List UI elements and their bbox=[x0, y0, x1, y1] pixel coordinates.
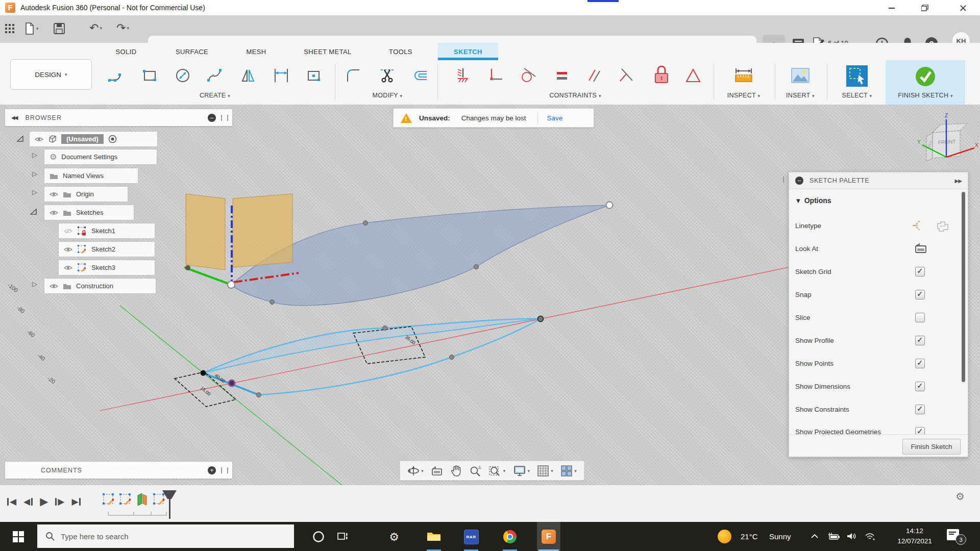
timeline-marker-stem[interactable] bbox=[169, 491, 170, 519]
sketch-point[interactable] bbox=[383, 326, 387, 331]
hull-inner-curve[interactable] bbox=[203, 319, 541, 373]
file-explorer-icon[interactable] bbox=[426, 529, 442, 544]
finish-sketch-palette-button[interactable]: Finish Sketch bbox=[902, 439, 961, 455]
fixed-constraint-icon[interactable] bbox=[454, 66, 472, 85]
tangent-constraint-icon[interactable] bbox=[519, 66, 537, 85]
browser-row-sketch2[interactable]: Sketch2 bbox=[59, 242, 155, 257]
palette-scrollbar[interactable] bbox=[962, 192, 965, 382]
browser-row-document-settings[interactable]: ⚙ Document Settings bbox=[44, 149, 157, 164]
show-profile-checkbox[interactable] bbox=[915, 336, 925, 345]
grid-settings-tool[interactable]: ▾ bbox=[537, 465, 553, 477]
polygon-constraint-icon[interactable] bbox=[684, 66, 702, 85]
palette-header[interactable]: – SKETCH PALETTE ▶▶ bbox=[789, 172, 968, 189]
settings-taskbar-icon[interactable]: ⚙ bbox=[386, 529, 402, 544]
look-at-icon[interactable] bbox=[914, 242, 927, 254]
tab-tools[interactable]: TOOLS bbox=[368, 43, 434, 60]
tab-solid[interactable]: SOLID bbox=[93, 43, 159, 60]
group-constraints[interactable]: CONSTRAINTS ▾ bbox=[532, 92, 619, 99]
eye-icon[interactable] bbox=[50, 210, 58, 216]
browser-row-label[interactable]: Sketches bbox=[76, 209, 103, 216]
expand-caret-closed[interactable]: ▷ bbox=[32, 151, 37, 159]
weather-sun-icon[interactable] bbox=[718, 530, 731, 543]
view-cube-top-face[interactable] bbox=[933, 123, 967, 133]
browser-row-label[interactable]: Document Settings bbox=[61, 153, 117, 161]
pan-tool[interactable] bbox=[450, 465, 461, 477]
expand-caret-closed[interactable]: ▷ bbox=[32, 188, 37, 196]
browser-row-construction[interactable]: Construction bbox=[44, 279, 156, 293]
sketch-point[interactable] bbox=[363, 221, 368, 226]
expand-caret-open[interactable] bbox=[30, 208, 37, 215]
browser-row-label[interactable]: Sketch2 bbox=[91, 245, 115, 253]
start-button[interactable] bbox=[11, 529, 26, 544]
add-comment-icon[interactable]: + bbox=[208, 466, 216, 474]
browser-row-sketch3[interactable]: Sketch3 bbox=[59, 260, 155, 275]
browser-row-label[interactable]: Construction bbox=[76, 282, 113, 290]
display-settings-tool[interactable]: ▾ bbox=[513, 465, 530, 477]
midpoint-constraint-point[interactable] bbox=[229, 380, 235, 386]
timeline-sketch-feature[interactable] bbox=[119, 493, 131, 505]
browser-drag-handle[interactable] bbox=[221, 115, 228, 121]
file-menu-button[interactable]: ▾ bbox=[24, 22, 39, 35]
comments-panel-header[interactable]: COMMENTS + bbox=[5, 462, 232, 479]
eye-icon[interactable] bbox=[50, 283, 58, 289]
palette-minimize-icon[interactable]: – bbox=[795, 177, 803, 185]
tab-mesh[interactable]: MESH bbox=[223, 43, 289, 60]
fillet-tool-icon[interactable] bbox=[345, 66, 363, 85]
view-cube-front-label[interactable]: FRONT bbox=[938, 139, 955, 145]
tab-surface[interactable]: SURFACE bbox=[159, 43, 225, 60]
tab-sheet-metal[interactable]: SHEET METAL bbox=[295, 43, 361, 60]
sketch-grid-checkbox[interactable] bbox=[915, 267, 925, 277]
maximize-button[interactable] bbox=[914, 0, 936, 15]
origin-point[interactable] bbox=[228, 281, 235, 288]
weather-condition[interactable]: Sunny bbox=[769, 532, 791, 541]
app-grid-icon[interactable] bbox=[5, 24, 14, 33]
browser-row-origin[interactable]: Origin bbox=[44, 187, 128, 202]
zoom-tool[interactable]: ± bbox=[469, 465, 481, 477]
dimension-tool-icon[interactable] bbox=[272, 66, 290, 85]
save-button[interactable] bbox=[54, 23, 65, 34]
sketch-point[interactable] bbox=[474, 265, 479, 269]
volume-icon[interactable] bbox=[847, 532, 858, 540]
timeline-play-button[interactable]: ▶ bbox=[40, 497, 48, 506]
point-tool-icon[interactable] bbox=[305, 66, 323, 85]
timeline-sketch-feature[interactable] bbox=[103, 493, 114, 505]
browser-row-label[interactable]: Origin bbox=[76, 190, 94, 198]
slice-checkbox[interactable] bbox=[915, 313, 925, 322]
browser-panel-header[interactable]: ◀◀ BROWSER – bbox=[5, 109, 232, 126]
inspect-measure-icon[interactable] bbox=[733, 66, 754, 85]
winrar-icon[interactable]: RAR bbox=[463, 529, 479, 544]
timeline-step-back-button[interactable]: ◀ bbox=[23, 497, 33, 506]
show-dimensions-checkbox[interactable] bbox=[915, 382, 925, 391]
browser-row-sketches[interactable]: Sketches bbox=[44, 205, 134, 220]
parallel-constraint-icon[interactable] bbox=[585, 66, 603, 85]
select-tool-icon[interactable] bbox=[845, 64, 869, 83]
expand-caret-open[interactable] bbox=[16, 135, 23, 142]
view-cube[interactable]: FRONT LEFT Z Y X bbox=[915, 112, 979, 167]
sketch-point[interactable] bbox=[450, 355, 454, 360]
timeline-go-to-end-button[interactable]: ▶ bbox=[71, 497, 81, 506]
comments-drag-handle[interactable] bbox=[221, 467, 228, 473]
timeline-go-to-start-button[interactable]: ◀ bbox=[7, 497, 16, 506]
eye-icon[interactable] bbox=[64, 246, 72, 253]
perpendicular-constraint-icon[interactable] bbox=[618, 66, 636, 85]
projected-linetype-icon[interactable] bbox=[936, 220, 949, 232]
offset-tool-icon[interactable] bbox=[411, 66, 430, 85]
close-button[interactable]: × bbox=[952, 0, 974, 15]
line-tool-icon[interactable] bbox=[107, 66, 126, 85]
rectangle-tool-icon[interactable] bbox=[141, 66, 159, 85]
eye-icon[interactable] bbox=[64, 265, 72, 271]
sketch-endpoint[interactable] bbox=[606, 202, 613, 209]
circle-tool-icon[interactable] bbox=[174, 66, 192, 85]
equal-constraint-icon[interactable] bbox=[553, 66, 571, 85]
axis-endpoint[interactable] bbox=[185, 265, 190, 270]
spline-tool-icon[interactable] bbox=[206, 66, 224, 85]
timeline-plane-feature[interactable] bbox=[138, 493, 146, 506]
construction-linetype-icon[interactable] bbox=[909, 219, 922, 232]
sketch-point[interactable] bbox=[270, 300, 275, 305]
cortana-button[interactable] bbox=[311, 529, 326, 544]
show-points-checkbox[interactable] bbox=[915, 359, 925, 368]
design-workspace-menu[interactable]: DESIGN ▾ bbox=[10, 59, 92, 90]
fusion-taskbar-icon[interactable]: F bbox=[541, 529, 556, 544]
group-create[interactable]: CREATE ▾ bbox=[172, 92, 258, 99]
taskbar-clock[interactable]: 14:12 12/07/2021 bbox=[887, 526, 942, 546]
